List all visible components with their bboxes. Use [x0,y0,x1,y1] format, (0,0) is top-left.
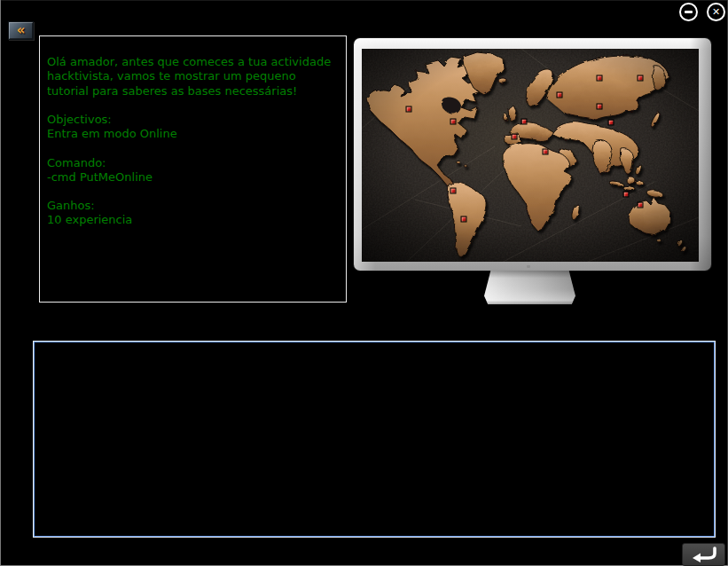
return-arrow-icon [689,546,719,562]
monitor-screen [362,49,699,262]
hacking-game-window: { "window": { "minimize_label": "−", "cl… [0,0,728,566]
minimize-icon [685,11,693,13]
world-map [362,49,699,262]
enter-button[interactable] [682,543,725,566]
map-marker[interactable] [597,75,603,82]
map-marker[interactable] [608,120,614,126]
map-marker[interactable] [638,202,644,208]
map-marker[interactable] [450,119,457,125]
tutorial-text: Olá amador, antes que comeces a tua acti… [47,55,331,226]
map-marker[interactable] [406,106,412,113]
map-marker[interactable] [543,149,549,155]
map-marker[interactable] [623,192,630,198]
close-icon: ✕ [712,7,720,17]
map-marker[interactable] [557,92,563,98]
back-button[interactable]: « [8,21,34,40]
tutorial-panel: Olá amador, antes que comeces a tua acti… [39,35,347,303]
map-marker[interactable] [450,188,457,194]
map-marker[interactable] [638,75,644,82]
monitor [354,38,711,271]
monitor-logo [527,265,530,268]
console-panel[interactable] [33,341,716,538]
map-marker[interactable] [461,216,467,223]
close-button[interactable]: ✕ [707,3,725,21]
back-chevrons-icon: « [17,24,26,37]
minimize-button[interactable] [679,3,698,21]
map-marker[interactable] [521,119,528,125]
map-marker[interactable] [597,104,603,110]
monitor-stand [483,271,576,304]
map-marker[interactable] [512,134,518,140]
